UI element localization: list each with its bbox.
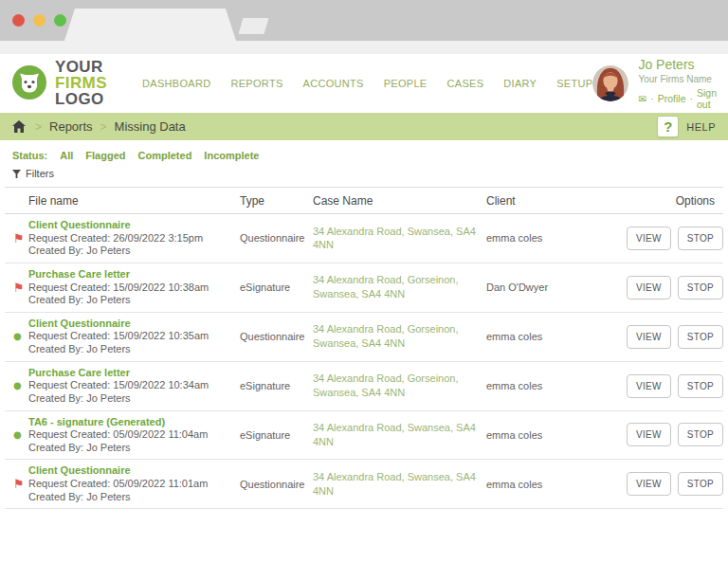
help-control[interactable]: ? HELP xyxy=(657,116,716,137)
file-name: Purchase Care letter xyxy=(28,367,240,380)
case-name-link[interactable]: 34 Alexandra Road, Gorseinon, Swansea, S… xyxy=(313,273,486,301)
nav-accounts[interactable]: ACCOUNTS xyxy=(303,78,364,89)
case-name-link[interactable]: 34 Alexandra Road, Swansea, SA4 4NN xyxy=(313,470,486,499)
question-mark-icon[interactable]: ? xyxy=(657,116,679,137)
status-filter-all[interactable]: All xyxy=(60,150,73,161)
status-dot-icon: ● xyxy=(13,332,28,341)
status-filter-flagged[interactable]: Flagged xyxy=(85,150,125,161)
client-cell: emma coles xyxy=(486,429,627,441)
user-name: Jo Peters xyxy=(638,57,717,72)
file-name: Client Questionnaire xyxy=(28,219,240,232)
funnel-icon xyxy=(12,170,21,178)
options-cell: VIEW STOP xyxy=(627,374,723,398)
close-window-button[interactable] xyxy=(12,14,25,27)
request-created: Request Created: 05/09/2022 11:01am xyxy=(28,478,240,491)
created-by: Created By: Jo Peters xyxy=(28,294,240,307)
type-cell: Questionnaire xyxy=(240,232,313,244)
flag-icon: ⚑ xyxy=(13,281,28,294)
file-cell: TA6 - signature (Generated) Request Crea… xyxy=(28,416,240,455)
dot-separator: · xyxy=(650,93,654,104)
browser-chrome xyxy=(0,0,728,41)
request-created: Request Created: 15/09/2022 10:38am xyxy=(28,281,240,295)
nav-cases[interactable]: CASES xyxy=(447,78,484,89)
type-cell: eSignature xyxy=(240,429,313,441)
view-button[interactable]: VIEW xyxy=(627,325,671,349)
breadcrumb-missing-data: Missing Data xyxy=(115,119,186,134)
new-tab-button[interactable] xyxy=(239,18,269,34)
case-name-link[interactable]: 34 Alexandra Road, Swansea, SA4 4NN xyxy=(313,225,486,253)
file-cell: Client Questionnaire Request Created: 26… xyxy=(28,219,240,258)
client-cell: emma coles xyxy=(486,331,627,342)
client-cell: emma coles xyxy=(486,380,627,391)
created-by: Created By: Jo Peters xyxy=(28,245,240,258)
view-button[interactable]: VIEW xyxy=(627,374,671,398)
status-dot-icon: ● xyxy=(13,430,28,440)
table-row: ● Client Questionnaire Request Created: … xyxy=(5,313,723,362)
app-header: YOUR FIRMS LOGO DASHBOARD REPORTS ACCOUN… xyxy=(0,54,728,112)
main-nav: DASHBOARD REPORTS ACCOUNTS PEOPLE CASES … xyxy=(142,78,592,89)
file-name: TA6 - signature (Generated) xyxy=(28,416,240,429)
nav-setup[interactable]: SETUP xyxy=(556,78,592,89)
maximize-window-button[interactable] xyxy=(54,14,66,27)
browser-tab[interactable] xyxy=(64,9,236,41)
column-header-options: Options xyxy=(627,194,715,208)
flag-icon: ⚑ xyxy=(13,232,28,245)
options-cell: VIEW STOP xyxy=(627,472,723,496)
nav-diary[interactable]: DIARY xyxy=(503,78,537,89)
status-filter-bar: Status: All Flagged Completed Incomplete xyxy=(0,140,728,161)
table-header: File name Type Case Name Client Options xyxy=(5,188,723,214)
nav-people[interactable]: PEOPLE xyxy=(384,78,428,89)
browser-toolbar xyxy=(0,41,728,54)
file-name: Purchase Care letter xyxy=(28,268,240,281)
type-cell: Questionnaire xyxy=(240,479,313,490)
window-controls xyxy=(12,14,66,27)
nav-reports[interactable]: REPORTS xyxy=(230,78,282,89)
file-name: Client Questionnaire xyxy=(28,318,240,331)
column-header-file-name: File name xyxy=(28,194,240,208)
firm-logo[interactable]: YOUR FIRMS LOGO xyxy=(11,59,142,108)
mail-icon[interactable]: ✉ xyxy=(638,93,646,104)
view-button[interactable]: VIEW xyxy=(627,423,671,446)
view-button[interactable]: VIEW xyxy=(627,276,671,300)
user-avatar[interactable] xyxy=(592,65,628,101)
stop-button[interactable]: STOP xyxy=(678,374,723,398)
created-by: Created By: Jo Peters xyxy=(28,392,240,406)
dog-logo-icon xyxy=(11,64,47,100)
request-created: Request Created: 05/09/2022 11:04am xyxy=(28,428,240,442)
profile-link[interactable]: Profile xyxy=(658,93,686,104)
user-firm-name: Your Firms Name xyxy=(638,74,717,84)
client-cell: emma coles xyxy=(486,479,627,490)
flag-icon: ⚑ xyxy=(13,478,28,490)
stop-button[interactable]: STOP xyxy=(678,423,723,446)
status-filter-incomplete[interactable]: Incomplete xyxy=(204,150,259,161)
request-created: Request Created: 26/09/2022 3:15pm xyxy=(28,232,240,245)
user-info: Jo Peters Your Firms Name ✉ · Profile · … xyxy=(638,57,717,110)
stop-button[interactable]: STOP xyxy=(678,472,723,496)
filters-toggle[interactable]: Filters xyxy=(0,161,728,187)
stop-button[interactable]: STOP xyxy=(678,227,723,250)
breadcrumb-bar: > Reports > Missing Data ? HELP xyxy=(0,113,728,140)
stop-button[interactable]: STOP xyxy=(678,276,723,300)
options-cell: VIEW STOP xyxy=(627,276,723,300)
client-cell: emma coles xyxy=(486,232,627,244)
minimize-window-button[interactable] xyxy=(33,14,46,27)
client-cell: Dan O'Dwyer xyxy=(486,281,627,293)
logo-text: YOUR FIRMS LOGO xyxy=(55,59,142,108)
created-by: Created By: Jo Peters xyxy=(28,442,240,455)
breadcrumb-reports[interactable]: Reports xyxy=(49,119,93,134)
case-name-link[interactable]: 34 Alexandra Road, Gorseinon, Swansea, S… xyxy=(313,372,486,400)
options-cell: VIEW STOP xyxy=(627,325,723,349)
view-button[interactable]: VIEW xyxy=(627,227,671,250)
case-name-link[interactable]: 34 Alexandra Road, Swansea, SA4 4NN xyxy=(313,421,486,449)
table-row: ● Purchase Care letter Request Created: … xyxy=(5,362,723,411)
stop-button[interactable]: STOP xyxy=(678,325,723,349)
status-label: Status: xyxy=(12,150,47,161)
signout-link[interactable]: Sign out xyxy=(697,87,717,110)
case-name-link[interactable]: 34 Alexandra Road, Gorseinon, Swansea, S… xyxy=(313,322,486,351)
view-button[interactable]: VIEW xyxy=(627,472,671,496)
status-filter-completed[interactable]: Completed xyxy=(138,150,192,161)
home-icon[interactable] xyxy=(12,120,26,133)
created-by: Created By: Jo Peters xyxy=(28,491,240,504)
column-header-client: Client xyxy=(486,194,627,208)
nav-dashboard[interactable]: DASHBOARD xyxy=(142,78,210,89)
